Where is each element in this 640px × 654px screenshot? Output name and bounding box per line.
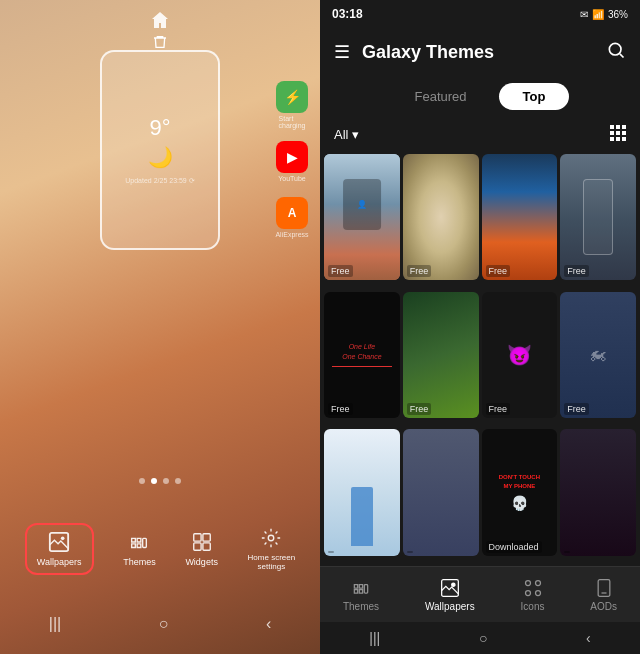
grid-view-icon[interactable]	[610, 125, 626, 144]
tab-top[interactable]: Top	[499, 83, 570, 110]
updated-text: Updated 2/25 23:59 ⟳	[125, 177, 194, 185]
svg-rect-13	[616, 131, 620, 135]
ali-label: AliExpress	[275, 231, 308, 238]
nav-aods[interactable]: AODs	[590, 578, 617, 612]
app-aliexpress[interactable]: A AliExpress	[266, 192, 318, 242]
theme-label-5: Free	[328, 403, 353, 415]
widgets-label: Widgets	[185, 557, 218, 567]
svg-rect-25	[598, 579, 610, 596]
nav-icons-icon	[523, 578, 543, 598]
right-recents[interactable]: |||	[369, 630, 380, 646]
left-nav-bar: ||| ○ ‹	[0, 604, 320, 644]
themes-dock-label: Themes	[123, 557, 156, 567]
wifi-icon: 📶	[592, 9, 604, 20]
search-icon[interactable]	[606, 40, 626, 64]
dock-home-settings[interactable]: Home screensettings	[248, 527, 296, 571]
home-icon	[150, 10, 170, 30]
svg-point-24	[535, 590, 540, 595]
temperature: 9°	[149, 115, 170, 141]
theme-label-6: Free	[407, 403, 432, 415]
nav-wallpapers-icon	[440, 578, 460, 598]
nav-icons[interactable]: Icons	[521, 578, 545, 612]
theme-item-6[interactable]: Free	[403, 292, 479, 418]
right-home[interactable]: ○	[479, 630, 487, 646]
nav-themes-icon	[351, 578, 371, 598]
theme-label-1: Free	[328, 265, 353, 277]
delete-icon	[152, 34, 168, 54]
nav-wallpapers-label: Wallpapers	[425, 601, 475, 612]
svg-rect-6	[203, 543, 210, 550]
left-panel: 9° 🌙 Updated 2/25 23:59 ⟳ ⚡ Startchargin…	[0, 0, 320, 654]
app-youtube[interactable]: ▶ YouTube	[266, 136, 318, 186]
theme-item-11[interactable]: DON'T TOUCHMY PHONE 💀 Downloaded	[482, 429, 558, 555]
grid-icon-svg	[610, 125, 626, 141]
theme-item-9[interactable]	[324, 429, 400, 555]
theme-item-7[interactable]: 😈 Free	[482, 292, 558, 418]
wallpapers-icon	[48, 531, 70, 553]
wallpapers-label: Wallpapers	[37, 557, 82, 567]
svg-point-23	[525, 590, 530, 595]
right-back[interactable]: ‹	[586, 630, 591, 646]
menu-icon[interactable]: ☰	[334, 41, 350, 63]
themes-dock-icon	[128, 531, 150, 553]
right-bottom-nav: Themes Wallpapers Icons AODs	[320, 566, 640, 622]
charging-icon: ⚡	[276, 81, 308, 113]
app-charging[interactable]: ⚡ Startcharging	[266, 80, 318, 130]
nav-wallpapers[interactable]: Wallpapers	[425, 578, 475, 612]
right-nav-bar: ||| ○ ‹	[320, 622, 640, 654]
themes-grid: 👤 Free Free Free Free One LifeOne Chance…	[320, 152, 640, 566]
youtube-icon: ▶	[276, 141, 308, 173]
search-svg	[606, 40, 626, 60]
filter-row: All ▾	[320, 116, 640, 152]
theme-label-8: Free	[564, 403, 589, 415]
theme-item-12[interactable]	[560, 429, 636, 555]
svg-rect-15	[610, 137, 614, 141]
battery-text: 36%	[608, 9, 628, 20]
back-button[interactable]: ‹	[266, 615, 271, 633]
theme-item-5[interactable]: One LifeOne Chance Free	[324, 292, 400, 418]
svg-rect-9	[610, 125, 614, 129]
svg-rect-18	[364, 584, 367, 592]
ali-icon: A	[276, 197, 308, 229]
svg-rect-16	[616, 137, 620, 141]
theme-item-3[interactable]: Free	[482, 154, 558, 280]
svg-rect-4	[203, 534, 210, 541]
svg-point-20	[451, 583, 454, 586]
theme-item-10[interactable]	[403, 429, 479, 555]
app-header: ☰ Galaxy Themes	[320, 28, 640, 76]
filter-dropdown[interactable]: All ▾	[334, 127, 359, 142]
dot-4	[175, 478, 181, 484]
svg-point-7	[269, 535, 275, 541]
svg-rect-14	[622, 131, 626, 135]
theme-label-7: Free	[486, 403, 511, 415]
svg-point-1	[61, 537, 65, 541]
svg-rect-3	[193, 534, 200, 541]
filter-arrow-icon: ▾	[352, 127, 359, 142]
recents-button[interactable]: |||	[49, 615, 61, 633]
home-settings-label: Home screensettings	[248, 553, 296, 571]
charging-label: Startcharging	[279, 115, 306, 129]
apps-row: ⚡ Startcharging ▶ YouTube A AliExpress	[266, 80, 318, 242]
theme-item-2[interactable]: Free	[403, 154, 479, 280]
nav-aods-label: AODs	[590, 601, 617, 612]
dot-1	[139, 478, 145, 484]
bottom-dock: Wallpapers Themes Widgets Home screens	[0, 504, 320, 594]
dock-widgets[interactable]: Widgets	[185, 531, 218, 567]
settings-icon	[260, 527, 282, 549]
dock-themes[interactable]: Themes	[123, 531, 156, 567]
theme-item-4[interactable]: Free	[560, 154, 636, 280]
svg-point-8	[609, 43, 621, 55]
dock-wallpapers[interactable]: Wallpapers	[25, 523, 94, 575]
theme-item-8[interactable]: 🏍 Free	[560, 292, 636, 418]
svg-point-22	[535, 580, 540, 585]
nav-themes[interactable]: Themes	[343, 578, 379, 612]
home-button[interactable]: ○	[159, 615, 169, 633]
tab-featured[interactable]: Featured	[391, 83, 491, 110]
svg-rect-12	[610, 131, 614, 135]
theme-label-4: Free	[564, 265, 589, 277]
svg-rect-10	[616, 125, 620, 129]
status-icons: ✉ 📶 36%	[580, 9, 628, 20]
theme-item-1[interactable]: 👤 Free	[324, 154, 400, 280]
youtube-label: YouTube	[278, 175, 306, 182]
app-title: Galaxy Themes	[362, 42, 594, 63]
